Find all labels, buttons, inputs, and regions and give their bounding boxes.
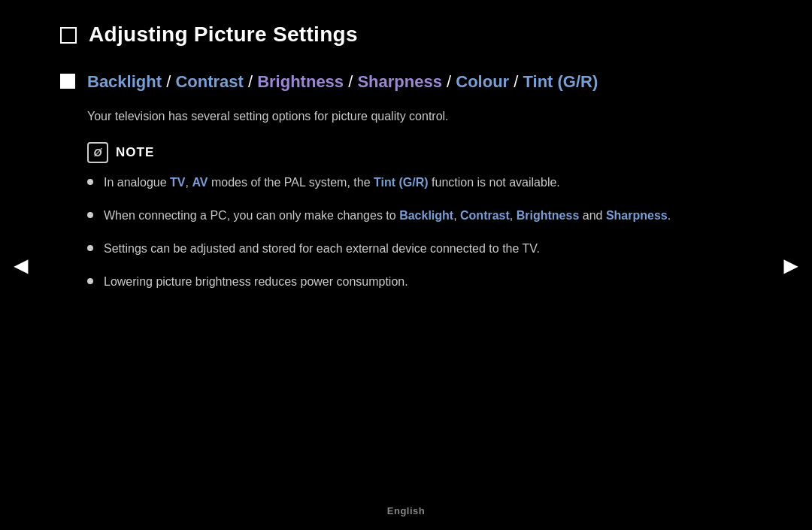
bullet-dot-icon — [87, 212, 93, 218]
bullet-dot-icon — [87, 278, 93, 284]
bullet-dot-icon — [87, 245, 93, 251]
description-text: Your television has several setting opti… — [87, 108, 677, 126]
section-heading: Backlight / Contrast / Brightness / Shar… — [60, 71, 677, 94]
inline-brightness: Brightness — [517, 209, 580, 222]
list-item: In analogue TV, AV modes of the PAL syst… — [87, 174, 677, 192]
title-checkbox-icon — [60, 27, 77, 44]
bullet-text-4: Lowering picture brightness reduces powe… — [104, 273, 677, 291]
bullet-text-1: In analogue TV, AV modes of the PAL syst… — [104, 174, 677, 192]
note-header: Ø NOTE — [87, 142, 677, 163]
bullet-dot-icon — [87, 179, 93, 185]
heading-sharpness: Sharpness — [357, 72, 442, 91]
inline-av: AV — [192, 176, 208, 189]
inline-backlight: Backlight — [399, 209, 453, 222]
list-item: When connecting a PC, you can only make … — [87, 207, 677, 225]
main-content: Adjusting Picture Settings Backlight / C… — [0, 0, 737, 329]
nav-arrow-right[interactable]: ► — [779, 251, 803, 279]
nav-arrow-left[interactable]: ◄ — [9, 251, 33, 279]
list-item: Lowering picture brightness reduces powe… — [87, 273, 677, 291]
bullet-text-2: When connecting a PC, you can only make … — [104, 207, 677, 225]
heading-contrast: Contrast — [175, 72, 243, 91]
inline-contrast: Contrast — [460, 209, 510, 222]
page-title: Adjusting Picture Settings — [89, 23, 358, 47]
section-square-icon — [60, 74, 75, 89]
page-title-row: Adjusting Picture Settings — [60, 23, 677, 47]
note-section: Ø NOTE In analogue TV, AV modes of the P… — [87, 142, 677, 291]
heading-brightness: Brightness — [257, 72, 344, 91]
heading-colour: Colour — [456, 72, 509, 91]
bullet-list: In analogue TV, AV modes of the PAL syst… — [87, 174, 677, 291]
section-heading-text: Backlight / Contrast / Brightness / Shar… — [87, 71, 598, 94]
note-label: NOTE — [116, 145, 154, 160]
note-icon: Ø — [87, 142, 108, 163]
bullet-text-3: Settings can be adjusted and stored for … — [104, 240, 677, 258]
list-item: Settings can be adjusted and stored for … — [87, 240, 677, 258]
inline-sharpness: Sharpness — [606, 209, 668, 222]
heading-backlight: Backlight — [87, 72, 162, 91]
inline-tint-gr: Tint (G/R) — [374, 176, 429, 189]
heading-tint: Tint (G/R) — [523, 72, 598, 91]
footer-language: English — [387, 505, 425, 516]
inline-tv: TV — [170, 176, 185, 189]
